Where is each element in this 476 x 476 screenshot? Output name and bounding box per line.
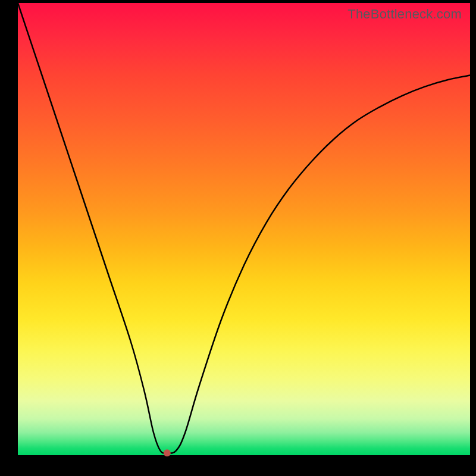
curve-svg <box>18 3 470 455</box>
bottleneck-curve <box>18 3 470 453</box>
chart-frame: TheBottleneck.com <box>0 0 476 476</box>
plot-area: TheBottleneck.com <box>18 3 470 455</box>
min-marker-dot <box>164 449 171 456</box>
